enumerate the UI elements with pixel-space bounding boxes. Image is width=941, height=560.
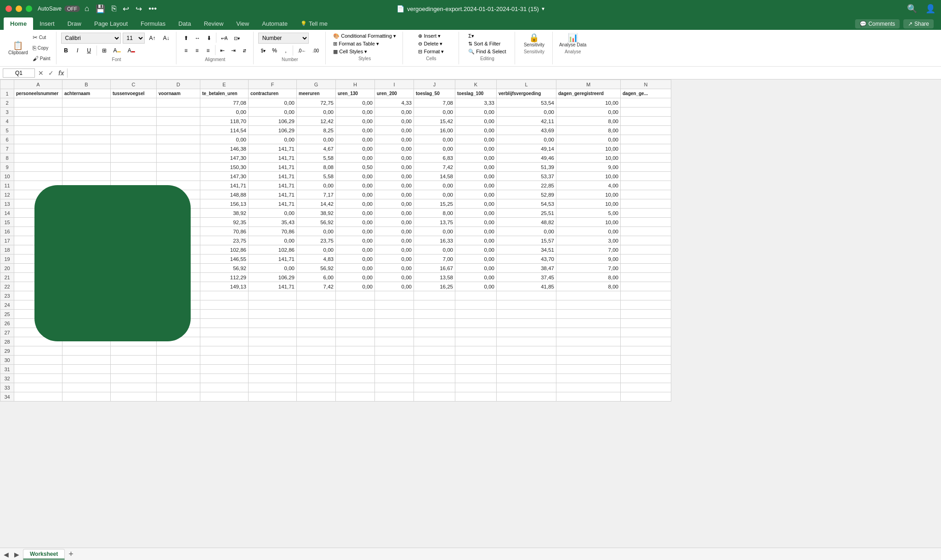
- cell-r25c5[interactable]: [200, 310, 249, 319]
- cell-a1[interactable]: personeelsnummer: [14, 89, 62, 98]
- cell-r24c4[interactable]: [157, 300, 200, 310]
- cell-r29c11[interactable]: [455, 346, 497, 356]
- cell-r32c1[interactable]: [14, 374, 62, 383]
- cell-r28c6[interactable]: [249, 337, 297, 346]
- cell-r11c8[interactable]: 0,00: [336, 181, 375, 190]
- tab-tell-me[interactable]: 💡 Tell me: [294, 17, 334, 30]
- cell-r9c5[interactable]: 150,30: [200, 163, 249, 172]
- cell-r9c8[interactable]: 0,50: [336, 163, 375, 172]
- cell-r22c8[interactable]: 0,00: [336, 282, 375, 291]
- cell-r30c6[interactable]: [249, 356, 297, 365]
- cell-r16c6[interactable]: 70,86: [249, 227, 297, 236]
- cell-r18c1[interactable]: [14, 245, 62, 255]
- cell-r32c7[interactable]: [297, 374, 336, 383]
- cell-r11c13[interactable]: 4,00: [556, 181, 621, 190]
- cell-r32c14[interactable]: [621, 374, 671, 383]
- cell-r25c7[interactable]: [297, 310, 336, 319]
- cell-r4c3[interactable]: [111, 117, 157, 126]
- cell-r29c1[interactable]: [14, 346, 62, 356]
- cell-r27c11[interactable]: [455, 328, 497, 337]
- cell-r22c14[interactable]: [621, 282, 671, 291]
- cell-r7c3[interactable]: [111, 144, 157, 153]
- cell-r17c3[interactable]: [111, 236, 157, 245]
- cell-r34c4[interactable]: [157, 392, 200, 402]
- cell-r24c3[interactable]: [111, 300, 157, 310]
- cell-r2c6[interactable]: 0,00: [249, 98, 297, 107]
- cell-r24c1[interactable]: [14, 300, 62, 310]
- cell-r8c9[interactable]: 0,00: [375, 153, 414, 163]
- cell-r20c3[interactable]: [111, 264, 157, 273]
- cell-r8c14[interactable]: [621, 153, 671, 163]
- cell-r21c1[interactable]: [14, 273, 62, 282]
- cell-r2c10[interactable]: 7,08: [414, 98, 455, 107]
- cell-r5c4[interactable]: [157, 126, 200, 135]
- cell-r33c11[interactable]: [455, 383, 497, 392]
- cell-r27c4[interactable]: [157, 328, 200, 337]
- cell-r26c3[interactable]: [111, 319, 157, 328]
- cell-r17c10[interactable]: 16,33: [414, 236, 455, 245]
- cell-r29c9[interactable]: [375, 346, 414, 356]
- font-color-button[interactable]: A▬: [125, 45, 138, 56]
- cell-r23c6[interactable]: [249, 291, 297, 300]
- cell-r34c10[interactable]: [414, 392, 455, 402]
- italic-button[interactable]: I: [73, 45, 83, 56]
- cell-r25c1[interactable]: [14, 310, 62, 319]
- cell-r30c4[interactable]: [157, 356, 200, 365]
- col-header-d[interactable]: D: [157, 80, 200, 89]
- col-header-b[interactable]: B: [62, 80, 111, 89]
- cell-r4c1[interactable]: [14, 117, 62, 126]
- cell-r14c13[interactable]: 5,00: [556, 209, 621, 218]
- cell-r31c6[interactable]: [249, 365, 297, 374]
- increase-decimal-button[interactable]: .00: [310, 45, 322, 56]
- tab-review[interactable]: Review: [198, 17, 230, 30]
- cell-r23c1[interactable]: [14, 291, 62, 300]
- font-size-selector[interactable]: 11: [123, 33, 145, 44]
- cell-r31c10[interactable]: [414, 365, 455, 374]
- cell-r19c11[interactable]: 0,00: [455, 255, 497, 264]
- cell-r7c6[interactable]: 141,71: [249, 144, 297, 153]
- cell-r9c3[interactable]: [111, 163, 157, 172]
- cell-r16c5[interactable]: 70,86: [200, 227, 249, 236]
- cell-r19c5[interactable]: 146,55: [200, 255, 249, 264]
- cell-r18c4[interactable]: [157, 245, 200, 255]
- cell-r19c6[interactable]: 141,71: [249, 255, 297, 264]
- dropdown-icon[interactable]: ▾: [542, 6, 544, 12]
- cell-r13c7[interactable]: 14,42: [297, 199, 336, 209]
- cell-r9c1[interactable]: [14, 163, 62, 172]
- cell-r14c3[interactable]: [111, 209, 157, 218]
- cell-r15c14[interactable]: [621, 218, 671, 227]
- cell-r32c11[interactable]: [455, 374, 497, 383]
- cell-r12c13[interactable]: 10,00: [556, 190, 621, 199]
- cell-r6c7[interactable]: 0,00: [297, 135, 336, 144]
- cell-r4c7[interactable]: 12,42: [297, 117, 336, 126]
- percent-button[interactable]: %: [269, 45, 280, 56]
- cancel-formula-icon[interactable]: ✕: [37, 69, 45, 77]
- insert-button[interactable]: ⊕ Insert ▾: [415, 33, 447, 40]
- cell-r16c13[interactable]: 0,00: [556, 227, 621, 236]
- cell-r18c12[interactable]: 34,51: [497, 245, 556, 255]
- cell-r13c8[interactable]: 0,00: [336, 199, 375, 209]
- cell-j1[interactable]: toeslag_50: [414, 89, 455, 98]
- cell-r4c11[interactable]: 0,00: [455, 117, 497, 126]
- cell-r8c11[interactable]: 0,00: [455, 153, 497, 163]
- cell-r17c14[interactable]: [621, 236, 671, 245]
- cell-r32c8[interactable]: [336, 374, 375, 383]
- cell-r19c7[interactable]: 4,83: [297, 255, 336, 264]
- cell-r16c8[interactable]: 0,00: [336, 227, 375, 236]
- cell-r17c13[interactable]: 3,00: [556, 236, 621, 245]
- cell-r23c9[interactable]: [375, 291, 414, 300]
- col-header-e[interactable]: E: [200, 80, 249, 89]
- cell-r30c9[interactable]: [375, 356, 414, 365]
- col-header-j[interactable]: J: [414, 80, 455, 89]
- cell-r33c5[interactable]: [200, 383, 249, 392]
- cell-r26c8[interactable]: [336, 319, 375, 328]
- cell-r23c11[interactable]: [455, 291, 497, 300]
- cell-r2c8[interactable]: 0,00: [336, 98, 375, 107]
- cell-r25c14[interactable]: [621, 310, 671, 319]
- cell-r24c2[interactable]: [62, 300, 111, 310]
- cell-r13c9[interactable]: 0,00: [375, 199, 414, 209]
- cell-r10c6[interactable]: 141,71: [249, 172, 297, 181]
- cell-r13c10[interactable]: 15,25: [414, 199, 455, 209]
- cell-r34c8[interactable]: [336, 392, 375, 402]
- cell-r24c9[interactable]: [375, 300, 414, 310]
